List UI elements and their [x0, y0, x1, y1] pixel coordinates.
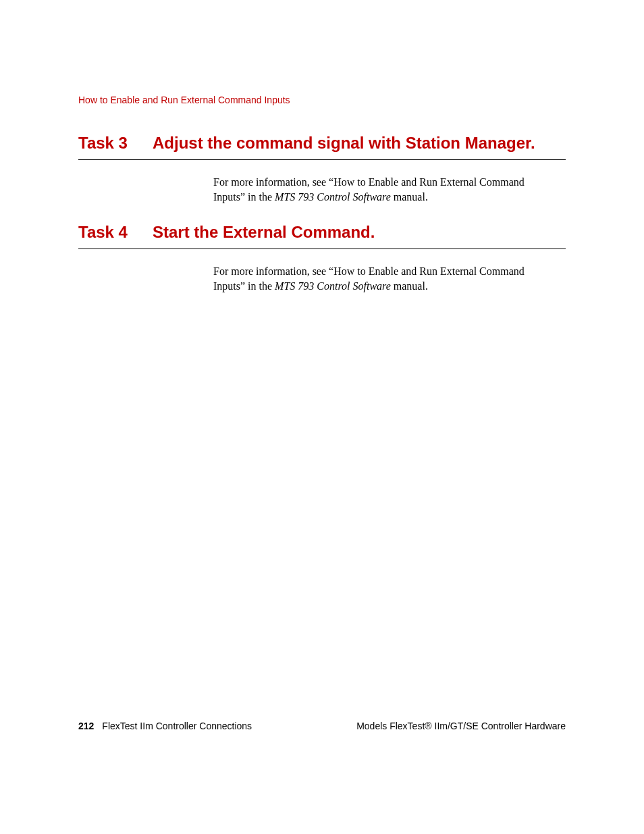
footer-page-number: 212 [78, 721, 94, 731]
task-3-paragraph-italic: MTS 793 Control Software [275, 191, 391, 203]
task-4-label: Task 4 [78, 223, 153, 242]
task-3-label: Task 3 [78, 134, 153, 153]
page-footer: 212 FlexTest IIm Controller Connections … [78, 721, 566, 731]
task-4-paragraph-suffix: manual. [391, 280, 428, 292]
task-3-block: Task 3 Adjust the command signal with St… [78, 134, 566, 204]
task-4-paragraph-italic: MTS 793 Control Software [275, 280, 391, 292]
running-header: How to Enable and Run External Command I… [78, 95, 566, 105]
task-3-title: Adjust the command signal with Station M… [153, 134, 535, 153]
footer-section: FlexTest IIm Controller Connections [102, 721, 252, 731]
task-4-title: Start the External Command. [153, 223, 375, 242]
task-3-heading: Task 3 Adjust the command signal with St… [78, 134, 566, 160]
task-3-paragraph: For more information, see “How to Enable… [213, 175, 558, 204]
task-4-block: Task 4 Start the External Command. For m… [78, 223, 566, 293]
document-page: How to Enable and Run External Command I… [0, 0, 644, 834]
task-4-paragraph: For more information, see “How to Enable… [213, 264, 558, 293]
footer-doc-title: Models FlexTest® IIm/GT/SE Controller Ha… [356, 721, 566, 731]
footer-left: 212 FlexTest IIm Controller Connections [78, 721, 252, 731]
task-3-paragraph-suffix: manual. [391, 191, 428, 203]
task-4-heading: Task 4 Start the External Command. [78, 223, 566, 249]
